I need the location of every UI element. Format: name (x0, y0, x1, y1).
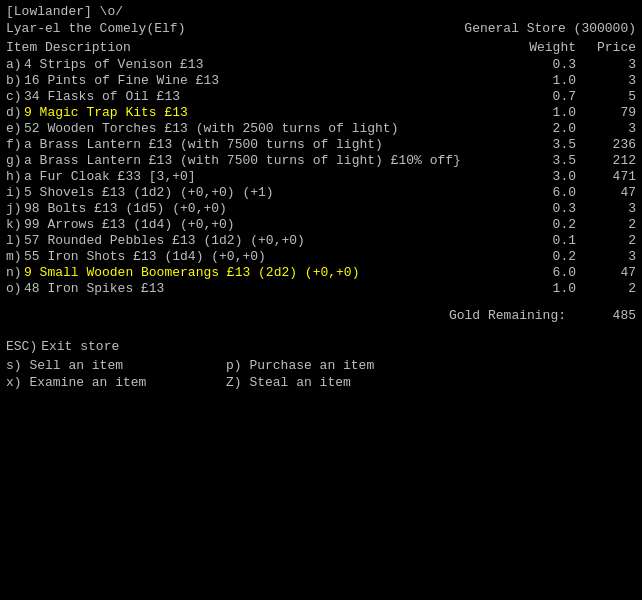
table-row[interactable]: b)16 Pints of Fine Wine £131.03 (6, 73, 636, 88)
item-price: 3 (576, 121, 636, 136)
item-key: m) (6, 249, 24, 264)
table-row[interactable]: h)a Fur Cloak £33 [3,+0]3.0471 (6, 169, 636, 184)
player-name: Lyar-el the Comely(Elf) (6, 21, 185, 36)
item-key: b) (6, 73, 24, 88)
table-row[interactable]: d)9 Magic Trap Kits £131.079 (6, 105, 636, 120)
footer-line3: x) Examine an item Z) Steal an item (6, 375, 636, 390)
screen: [Lowlander] \o/ Lyar-el the Comely(Elf) … (0, 0, 642, 600)
item-price: 3 (576, 249, 636, 264)
item-desc: a Brass Lantern £13 (with 7500 turns of … (24, 137, 496, 152)
item-price: 3 (576, 57, 636, 72)
action-examine[interactable]: x) Examine an item (6, 375, 226, 390)
item-key: k) (6, 217, 24, 232)
store-name: General Store (300000) (464, 21, 636, 36)
item-weight: 3.5 (496, 153, 576, 168)
item-weight: 0.7 (496, 89, 576, 104)
item-price: 2 (576, 281, 636, 296)
table-row[interactable]: l)57 Rounded Pebbles £13 (1d2) (+0,+0)0.… (6, 233, 636, 248)
item-desc: 34 Flasks of Oil £13 (24, 89, 496, 104)
item-price: 212 (576, 153, 636, 168)
title-bar: [Lowlander] \o/ (6, 4, 636, 19)
col-weight-header: Weight (496, 40, 576, 55)
header-row: Lyar-el the Comely(Elf) General Store (3… (6, 21, 636, 36)
col-desc-header: Item Description (6, 40, 496, 55)
item-desc: 98 Bolts £13 (1d5) (+0,+0) (24, 201, 496, 216)
esc-key[interactable]: ESC) (6, 339, 37, 354)
item-price: 79 (576, 105, 636, 120)
item-key: j) (6, 201, 24, 216)
item-price: 47 (576, 185, 636, 200)
item-weight: 6.0 (496, 265, 576, 280)
item-weight: 0.3 (496, 201, 576, 216)
item-desc: 5 Shovels £13 (1d2) (+0,+0) (+1) (24, 185, 496, 200)
item-desc: 9 Small Wooden Boomerangs £13 (2d2) (+0,… (24, 265, 496, 280)
item-desc: a Fur Cloak £33 [3,+0] (24, 169, 496, 184)
gold-label: Gold Remaining: (449, 308, 566, 323)
item-price: 3 (576, 73, 636, 88)
table-row[interactable]: k)99 Arrows £13 (1d4) (+0,+0)0.22 (6, 217, 636, 232)
column-headers: Item Description Weight Price (6, 40, 636, 55)
item-desc: 48 Iron Spikes £13 (24, 281, 496, 296)
gold-amount: 485 (576, 308, 636, 323)
item-desc: a Brass Lantern £13 (with 7500 turns of … (24, 153, 496, 168)
action-steal[interactable]: Z) Steal an item (226, 375, 446, 390)
item-price: 3 (576, 201, 636, 216)
item-price: 2 (576, 233, 636, 248)
item-key: n) (6, 265, 24, 280)
item-weight: 0.2 (496, 217, 576, 232)
table-row[interactable]: o)48 Iron Spikes £131.02 (6, 281, 636, 296)
item-key: h) (6, 169, 24, 184)
table-row[interactable]: f)a Brass Lantern £13 (with 7500 turns o… (6, 137, 636, 152)
footer-line1: ESC) Exit store (6, 339, 636, 354)
item-key: o) (6, 281, 24, 296)
table-row[interactable]: a)4 Strips of Venison £130.33 (6, 57, 636, 72)
item-weight: 0.2 (496, 249, 576, 264)
item-price: 2 (576, 217, 636, 232)
item-desc: 57 Rounded Pebbles £13 (1d2) (+0,+0) (24, 233, 496, 248)
item-desc: 16 Pints of Fine Wine £13 (24, 73, 496, 88)
table-row[interactable]: c)34 Flasks of Oil £130.75 (6, 89, 636, 104)
item-price: 471 (576, 169, 636, 184)
item-key: c) (6, 89, 24, 104)
item-weight: 3.5 (496, 137, 576, 152)
item-desc: 52 Wooden Torches £13 (with 2500 turns o… (24, 121, 496, 136)
item-weight: 0.1 (496, 233, 576, 248)
item-weight: 1.0 (496, 281, 576, 296)
item-key: f) (6, 137, 24, 152)
table-row[interactable]: g)a Brass Lantern £13 (with 7500 turns o… (6, 153, 636, 168)
item-weight: 3.0 (496, 169, 576, 184)
items-list: a)4 Strips of Venison £130.33b)16 Pints … (6, 57, 636, 296)
item-desc: 4 Strips of Venison £13 (24, 57, 496, 72)
item-key: e) (6, 121, 24, 136)
footer-line2: s) Sell an item p) Purchase an item (6, 358, 636, 373)
exit-label: Exit store (41, 339, 119, 354)
table-row[interactable]: i)5 Shovels £13 (1d2) (+0,+0) (+1)6.047 (6, 185, 636, 200)
table-row[interactable]: e)52 Wooden Torches £13 (with 2500 turns… (6, 121, 636, 136)
item-key: i) (6, 185, 24, 200)
item-desc: 55 Iron Shots £13 (1d4) (+0,+0) (24, 249, 496, 264)
item-weight: 0.3 (496, 57, 576, 72)
action-sell[interactable]: s) Sell an item (6, 358, 226, 373)
table-row[interactable]: m)55 Iron Shots £13 (1d4) (+0,+0)0.23 (6, 249, 636, 264)
item-desc: 9 Magic Trap Kits £13 (24, 105, 496, 120)
item-weight: 1.0 (496, 105, 576, 120)
footer: ESC) Exit store s) Sell an item p) Purch… (6, 339, 636, 390)
item-weight: 6.0 (496, 185, 576, 200)
item-weight: 2.0 (496, 121, 576, 136)
item-price: 236 (576, 137, 636, 152)
item-key: g) (6, 153, 24, 168)
title-text: [Lowlander] \o/ (6, 4, 123, 19)
item-key: d) (6, 105, 24, 120)
table-row[interactable]: j)98 Bolts £13 (1d5) (+0,+0)0.33 (6, 201, 636, 216)
action-purchase[interactable]: p) Purchase an item (226, 358, 446, 373)
item-price: 5 (576, 89, 636, 104)
col-price-header: Price (576, 40, 636, 55)
item-desc: 99 Arrows £13 (1d4) (+0,+0) (24, 217, 496, 232)
item-price: 47 (576, 265, 636, 280)
table-row[interactable]: n)9 Small Wooden Boomerangs £13 (2d2) (+… (6, 265, 636, 280)
item-key: a) (6, 57, 24, 72)
gold-row: Gold Remaining: 485 (6, 308, 636, 323)
item-key: l) (6, 233, 24, 248)
item-weight: 1.0 (496, 73, 576, 88)
